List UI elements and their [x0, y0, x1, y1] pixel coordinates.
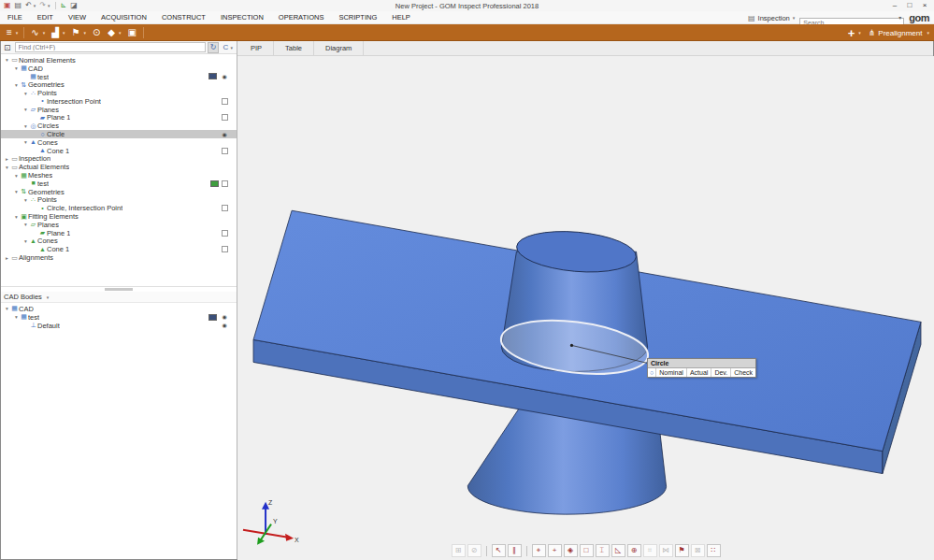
tree-row[interactable]: ▾ ▦ test ◉	[0, 313, 237, 322]
3d-view[interactable]: Z X Y Circle ○ NominalActualDev.Check	[237, 56, 934, 560]
element-type-icon: ◎	[29, 122, 37, 130]
expander-icon[interactable]: ▾	[22, 139, 29, 145]
tree-row[interactable]: • Intersection Point ◉	[0, 97, 237, 106]
expander-icon[interactable]: ▾	[4, 57, 10, 63]
expander-icon[interactable]: ▸	[4, 156, 10, 162]
tree-row[interactable]: ▰ Plane 1 ◉	[0, 114, 237, 122]
expander-icon[interactable]: ▾	[22, 107, 29, 112]
menu-item[interactable]: VIEW	[61, 11, 93, 24]
color-swatch[interactable]	[208, 314, 217, 321]
visibility-checkbox[interactable]	[222, 114, 228, 121]
menu-item[interactable]: FILE	[0, 11, 30, 24]
menu-item[interactable]: OPERATIONS	[271, 11, 332, 24]
expander-icon[interactable]: ▸	[4, 255, 10, 261]
color-swatch[interactable]	[210, 180, 219, 187]
visibility-checkbox[interactable]	[222, 205, 228, 211]
view-tab[interactable]: PIP	[239, 41, 274, 55]
circle-center-point[interactable]	[570, 344, 573, 347]
visibility-eye-icon[interactable]: ◉	[220, 322, 229, 329]
expander-icon[interactable]: ▾	[13, 65, 20, 71]
splitter-handle[interactable]	[105, 288, 133, 291]
expander-icon[interactable]: ▾	[13, 189, 20, 194]
element-label: Actual Elements	[19, 163, 69, 171]
maximize-button[interactable]: □	[902, 0, 917, 10]
close-button[interactable]: ×	[917, 0, 932, 10]
visibility-eye-icon[interactable]: ◉	[220, 73, 229, 80]
expander-icon[interactable]: ▾	[13, 314, 20, 320]
grid-icon: ⌗	[643, 544, 657, 557]
expander-icon[interactable]: ▾	[22, 123, 29, 129]
overview-icon[interactable]: ⊡	[2, 43, 13, 52]
tree-row[interactable]: ▾ ▦ CAD ◉	[0, 305, 237, 313]
cad-bodies-header[interactable]: CAD Bodies ▾	[0, 292, 237, 303]
tree-row[interactable]: ▾ ▱ Planes ◉	[0, 106, 237, 114]
chevron-down-icon[interactable]: ▾	[47, 294, 50, 300]
visibility-checkbox[interactable]	[222, 230, 228, 237]
tree-row[interactable]: ▾ ▲ Cones ◉	[0, 138, 237, 147]
element-label: Points	[37, 195, 57, 204]
view-tabstrip: PIPTableDiagram	[237, 41, 934, 56]
tree-row[interactable]: ▾ ▭ Actual Elements ◉	[0, 163, 237, 171]
menu-item[interactable]: CONSTRUCT	[154, 11, 213, 24]
expander-icon[interactable]: ▾	[13, 214, 20, 220]
expander-icon[interactable]: ▾	[22, 222, 29, 227]
tree-row[interactable]: ▾ ▦ CAD ◉	[0, 65, 237, 73]
tree-row[interactable]: ▾ ⇅ Geometries ◉	[0, 80, 237, 89]
search-box: ▾	[799, 12, 904, 23]
expander-icon[interactable]: ▾	[22, 197, 29, 203]
visibility-checkbox[interactable]	[222, 180, 228, 187]
tree-row[interactable]: ▾ ∴ Points ◉	[0, 196, 237, 205]
expander-icon[interactable]: ▾	[22, 91, 29, 96]
expander-icon[interactable]: ▾	[13, 82, 20, 88]
menu-item[interactable]: ACQUISITION	[93, 11, 154, 24]
menu-item[interactable]: EDIT	[30, 11, 61, 24]
tree-row[interactable]: ▲ Cone 1 ◉	[0, 147, 237, 155]
menu-item[interactable]: HELP	[384, 11, 418, 24]
view-tab[interactable]: Diagram	[314, 41, 364, 55]
tree-row[interactable]: ▾ ∴ Points ◉	[0, 89, 237, 97]
tree-row[interactable]: ▾ ▦ Meshes ◉	[0, 171, 237, 179]
menu-item[interactable]: SCRIPTING	[331, 11, 384, 24]
tree-row[interactable]: ○ Circle ◉	[0, 130, 237, 138]
expander-icon[interactable]: ▾	[22, 238, 29, 244]
visibility-eye-icon[interactable]: ◉	[220, 313, 229, 321]
tree-row[interactable]: ▦ test ◉	[0, 73, 237, 81]
tree-row[interactable]: ▾ ▣ Fitting Elements ◉	[0, 212, 237, 221]
visibility-checkbox[interactable]	[222, 148, 228, 154]
tree-row[interactable]: ▾ ▱ Planes ◉	[0, 221, 237, 229]
label-toolbar: ⊞ ⊘ ↖ ∥	[452, 544, 721, 557]
view-tab[interactable]: Table	[274, 41, 314, 55]
category-filter-button[interactable]: C ▾	[221, 42, 235, 53]
tree-row[interactable]: ▾ ▭ Nominal Elements ◉	[0, 56, 237, 65]
expander-icon[interactable]: ▾	[13, 173, 20, 179]
find-bar: ⊡ ↻ C ▾	[0, 41, 237, 54]
menu-item[interactable]: INSPECTION	[213, 11, 271, 24]
tree-row[interactable]: ■ test ◉	[0, 179, 237, 188]
visibility-eye-icon[interactable]: ◉	[220, 131, 229, 138]
tree-row[interactable]: • Circle, Intersection Point ◉	[0, 204, 237, 212]
visibility-checkbox[interactable]	[222, 98, 228, 105]
zoom-icon: ⊙ ▾	[89, 24, 104, 41]
expander-icon[interactable]: ▾	[4, 165, 10, 170]
tree-row[interactable]: ▲ Cone 1 ◉	[0, 245, 237, 253]
minimize-button[interactable]: –	[887, 0, 902, 10]
find-input[interactable]	[15, 42, 206, 52]
chevron-down-icon[interactable]: ▾	[927, 30, 932, 36]
tree-row[interactable]: ▸ ▭ Inspection ◉	[0, 155, 237, 164]
color-swatch[interactable]	[208, 73, 217, 79]
tree-row[interactable]: ▰ Plane 1 ◉	[0, 229, 237, 237]
visibility-checkbox[interactable]	[222, 246, 228, 252]
tree-row[interactable]: ▸ ▭ Alignments ◉	[0, 253, 237, 262]
refresh-tree-button[interactable]: ↻	[208, 42, 220, 53]
tree-row[interactable]: ▾ ◎ Circles ◉	[0, 122, 237, 130]
expander-icon[interactable]: ▾	[4, 306, 10, 311]
tree-row[interactable]: ⊥ Default ◉	[0, 322, 237, 330]
tree-row[interactable]: ▾ ⇅ Geometries ◉	[0, 188, 237, 196]
workspace-selector[interactable]: ▤ Inspection ▾	[748, 14, 795, 22]
search-dropdown-icon[interactable]: ▾	[898, 14, 901, 21]
add-element-button[interactable]: +	[844, 26, 859, 40]
tree-row[interactable]: ▾ ▲ Cones ◉	[0, 237, 237, 246]
undo-icon: ↶ ▾	[23, 0, 37, 11]
element-type-icon: ∴	[29, 196, 37, 204]
prealignment-button[interactable]: ⋔ Prealignment	[864, 28, 927, 37]
